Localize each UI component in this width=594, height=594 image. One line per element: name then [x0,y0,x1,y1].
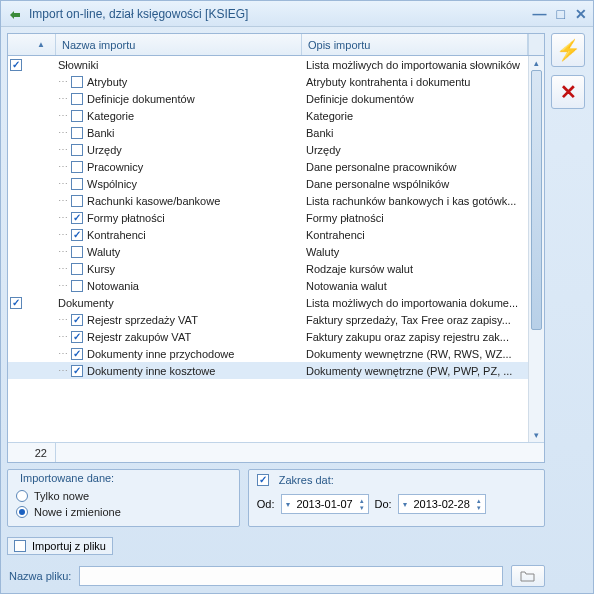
row-desc: Kategorie [302,110,544,122]
scroll-thumb[interactable] [531,70,542,330]
import-window: Import on-line, dział księgowości [KSIEG… [0,0,594,594]
row-name: Atrybuty [87,76,127,88]
row-checkbox[interactable] [71,76,83,88]
column-name[interactable]: Nazwa importu [56,34,302,55]
table-row[interactable]: ⋯KontrahenciKontrahenci [8,226,544,243]
grid-header: ▲ Nazwa importu Opis importu [8,34,544,56]
table-row[interactable]: ⋯NotowaniaNotowania walut [8,277,544,294]
row-name: Pracownicy [87,161,143,173]
row-checkbox[interactable] [71,331,83,343]
minimize-button[interactable]: — [533,6,547,22]
tree-connector-icon: ⋯ [58,348,67,359]
row-checkbox[interactable] [71,110,83,122]
table-row[interactable]: SłownikiLista możliwych do importowania … [8,56,544,73]
date-from-input[interactable]: ▾ 2013-01-07 ▴▾ [281,494,369,514]
import-grid: ▲ Nazwa importu Opis importu SłownikiLis… [7,33,545,463]
row-checkbox[interactable] [71,93,83,105]
cancel-button[interactable]: ✕ [551,75,585,109]
row-checkbox[interactable] [71,263,83,275]
date-to-input[interactable]: ▾ 2013-02-28 ▴▾ [398,494,486,514]
table-row[interactable]: ⋯Dokumenty inne przychodoweDokumenty wew… [8,345,544,362]
row-name: Dokumenty [58,297,114,309]
row-desc: Dokumenty wewnętrzne (PW, PWP, PZ, ... [302,365,544,377]
row-desc: Faktury sprzedaży, Tax Free oraz zapisy.… [302,314,544,326]
column-checkbox[interactable]: ▲ [8,34,56,55]
dropdown-icon[interactable]: ▾ [286,500,290,509]
row-checkbox[interactable] [71,246,83,258]
radio-new-changed[interactable] [16,506,28,518]
import-from-file-toggle[interactable]: Importuj z pliku [7,537,113,555]
tree-connector-icon: ⋯ [58,178,67,189]
row-checkbox[interactable] [71,178,83,190]
tree-connector-icon: ⋯ [58,212,67,223]
grid-footer: 22 [8,442,544,462]
scroll-up-icon[interactable]: ▴ [529,56,544,70]
panel-date-range: Zakres dat: Od: ▾ 2013-01-07 ▴▾ Do: ▾ 20… [248,469,545,527]
table-row[interactable]: ⋯KategorieKategorie [8,107,544,124]
checkbox-import-file[interactable] [14,540,26,552]
panel-title: Zakres dat: [275,474,338,486]
checkbox-date-range[interactable] [257,474,269,486]
sort-arrow-icon: ▲ [37,40,45,49]
row-desc: Dokumenty wewnętrzne (RW, RWS, WZ... [302,348,544,360]
table-row[interactable]: ⋯Rejestr zakupów VATFaktury zakupu oraz … [8,328,544,345]
table-row[interactable]: ⋯Rejestr sprzedaży VATFaktury sprzedaży,… [8,311,544,328]
table-row[interactable]: ⋯AtrybutyAtrybuty kontrahenta i dokument… [8,73,544,90]
table-row[interactable]: ⋯PracownicyDane personalne pracowników [8,158,544,175]
row-name: Dokumenty inne kosztowe [87,365,215,377]
row-checkbox[interactable] [71,144,83,156]
row-checkbox[interactable] [71,365,83,377]
row-checkbox[interactable] [71,127,83,139]
radio-new-changed-label: Nowe i zmienione [34,506,121,518]
row-checkbox[interactable] [71,280,83,292]
tree-connector-icon: ⋯ [58,365,67,376]
row-desc: Definicje dokumentów [302,93,544,105]
table-row[interactable]: ⋯WspólnicyDane personalne wspólników [8,175,544,192]
vertical-scrollbar[interactable]: ▴ ▾ [528,56,544,442]
row-desc: Dane personalne wspólników [302,178,544,190]
run-import-button[interactable]: ⚡ [551,33,585,67]
row-checkbox[interactable] [71,161,83,173]
row-desc: Banki [302,127,544,139]
browse-button[interactable] [511,565,545,587]
tree-connector-icon: ⋯ [58,195,67,206]
maximize-button[interactable]: □ [557,6,565,22]
row-checkbox[interactable] [71,195,83,207]
date-from-label: Od: [257,498,275,510]
scroll-down-icon[interactable]: ▾ [529,428,544,442]
table-row[interactable]: ⋯Dokumenty inne kosztoweDokumenty wewnęt… [8,362,544,379]
table-row[interactable]: DokumentyLista możliwych do importowania… [8,294,544,311]
table-row[interactable]: ⋯UrzędyUrzędy [8,141,544,158]
file-name-input[interactable] [79,566,503,586]
close-button[interactable]: ✕ [575,6,587,22]
row-checkbox[interactable] [10,297,22,309]
tree-connector-icon: ⋯ [58,93,67,104]
row-name: Wspólnicy [87,178,137,190]
table-row[interactable]: ⋯KursyRodzaje kursów walut [8,260,544,277]
import-file-label: Importuj z pliku [32,540,106,552]
spinner-icon[interactable]: ▴▾ [477,497,481,511]
table-row[interactable]: ⋯Rachunki kasowe/bankoweLista rachunków … [8,192,544,209]
row-checkbox[interactable] [71,314,83,326]
row-checkbox[interactable] [71,348,83,360]
table-row[interactable]: ⋯Formy płatnościFormy płatności [8,209,544,226]
dropdown-icon[interactable]: ▾ [403,500,407,509]
table-row[interactable]: ⋯WalutyWaluty [8,243,544,260]
spinner-icon[interactable]: ▴▾ [360,497,364,511]
row-desc: Waluty [302,246,544,258]
date-to-label: Do: [375,498,392,510]
table-row[interactable]: ⋯Definicje dokumentówDefinicje dokumentó… [8,90,544,107]
table-row[interactable]: ⋯BankiBanki [8,124,544,141]
date-from-value: 2013-01-07 [294,498,356,510]
lightning-icon: ⚡ [556,38,581,62]
row-checkbox[interactable] [10,59,22,71]
row-checkbox[interactable] [71,212,83,224]
row-name: Kontrahenci [87,229,146,241]
radio-only-new[interactable] [16,490,28,502]
tree-connector-icon: ⋯ [58,280,67,291]
tree-connector-icon: ⋯ [58,144,67,155]
folder-open-icon [520,570,536,582]
row-checkbox[interactable] [71,229,83,241]
column-desc[interactable]: Opis importu [302,34,528,55]
row-name: Urzędy [87,144,122,156]
